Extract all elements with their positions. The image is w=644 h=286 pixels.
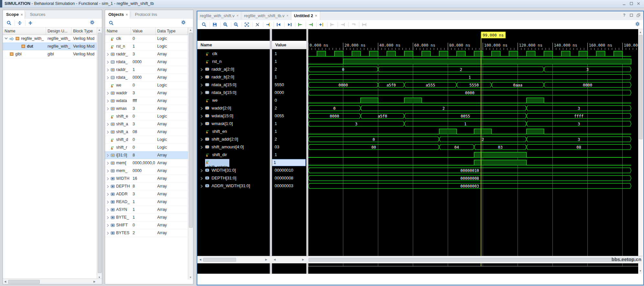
chevron-right-icon[interactable] [200,114,203,118]
scope-vertical-scrollbar[interactable]: ▲ ▼ [97,28,102,280]
close-icon[interactable]: × [286,14,288,17]
objects-vertical-scrollbar[interactable]: ▲ ▼ [188,28,193,280]
tab-objects[interactable]: Objects× [105,10,130,19]
save-icon[interactable] [211,21,218,28]
objects-row[interactable]: SHIFT0Array [105,221,188,229]
signal-value-editbox[interactable]: 1 [272,159,306,166]
chevron-right-icon[interactable] [106,185,109,189]
chevron-right-icon[interactable] [200,169,203,173]
tab-sources[interactable]: Sources [27,10,47,19]
chevron-right-icon[interactable] [106,107,109,111]
wave-signal-value-row[interactable]: 00000003 [272,182,306,190]
add-cursor-icon[interactable] [318,21,325,28]
wave-signal-name-row[interactable]: DEPTH[31:0] [197,174,270,182]
wave-signal-value-row[interactable]: 1 [272,73,306,81]
wave-signal-name-row[interactable]: raddr_b[2:0] [197,73,270,81]
objects-row[interactable]: BYTE_1Array [105,213,188,222]
wave-maximize-icon[interactable] [629,13,634,17]
wave-signal-value-row[interactable]: 1 [272,128,306,135]
zoom-out-icon[interactable] [233,21,240,28]
objects-row[interactable]: rdata_0000Array [105,74,188,82]
objects-row[interactable]: mem_0000Array [105,167,188,175]
scroll-thumb[interactable] [8,280,40,284]
wave-signal-name-row[interactable]: shift_rotate [197,159,270,166]
scroll-thumb[interactable] [639,35,643,139]
wave-signal-value-row[interactable]: 03 [272,143,306,151]
wave-signal-name-row[interactable]: shift_amount[4:0] [197,143,270,151]
wave-signal-value-row[interactable]: 2 [272,104,306,112]
go-to-start-icon[interactable] [275,21,282,28]
objects-row[interactable]: i[31:0]8Array [105,151,188,159]
scope-horizontal-scrollbar[interactable]: ◀ ▶ [3,279,102,284]
chevron-right-icon[interactable] [200,122,203,126]
objects-row[interactable]: raddr_1Array [105,66,188,74]
objects-row[interactable]: READ_1Array [105,198,188,206]
objects-row[interactable]: WIDTH16Array [105,175,188,183]
chevron-right-icon[interactable] [200,68,203,72]
wave-signal-value-row[interactable]: 00000010 [272,166,306,174]
chevron-down-icon[interactable] [4,36,8,40]
chevron-right-icon[interactable] [200,184,203,188]
toggle-bar-icon[interactable] [350,21,357,28]
objects-row[interactable]: DEPTH8Array [105,182,188,190]
search-icon[interactable] [5,19,13,27]
objects-row[interactable]: BYTES2Array [105,229,188,237]
chevron-right-icon[interactable] [200,83,203,87]
wave-float-icon[interactable] [636,13,641,17]
zoom-in-icon[interactable] [222,21,229,28]
wave-signal-value-row[interactable]: 1 [272,120,306,128]
chevron-right-icon[interactable] [106,208,109,212]
scroll-up-icon[interactable]: ▲ [97,28,102,32]
go-to-time-icon[interactable] [265,21,272,28]
scroll-thumb[interactable] [98,33,102,273]
scroll-thumb[interactable] [309,258,636,262]
wave-signal-name-row[interactable]: rdata_a[15:0] [197,81,270,89]
objects-row[interactable]: rdata_0000Array [105,58,188,66]
tab-scope[interactable]: Scope× [3,10,25,19]
scroll-right-icon[interactable]: ▶ [301,257,305,262]
objects-row[interactable]: shift_e0Logic [105,112,188,120]
close-icon[interactable]: × [315,14,317,17]
wave-signal-name-row[interactable]: shift_dir [197,151,270,159]
scope-settings-gear-icon[interactable] [90,20,95,25]
swap-next-icon[interactable] [339,21,346,28]
chevron-right-icon[interactable] [106,200,109,204]
wave-signal-value-row[interactable]: 0055 [272,112,306,120]
scroll-right-icon[interactable]: ▶ [92,279,97,284]
chevron-right-icon[interactable] [200,138,203,142]
chevron-right-icon[interactable] [106,192,109,196]
objects-row[interactable]: raddr_3Array [105,50,188,58]
chevron-right-icon[interactable] [106,154,109,157]
scope-tree-row[interactable]: regfile_with_regfile_with_Verilog Mod [3,35,97,43]
chevron-right-icon[interactable] [106,122,109,126]
search-icon[interactable] [201,21,208,28]
chevron-right-icon[interactable] [106,99,109,103]
scroll-thumb[interactable] [189,33,193,228]
scope-tree-row[interactable]: dutregfile_with_Verilog Mod [3,42,97,51]
chevron-right-icon[interactable] [106,60,109,64]
close-icon[interactable]: × [21,13,23,17]
wave-signal-name-row[interactable]: ADDR_WIDTH[31:0] [197,182,270,190]
wave-signal-value-row[interactable]: 2 [272,135,306,143]
search-icon[interactable] [108,19,115,27]
wave-signal-value-row[interactable]: 1 [272,151,306,159]
wave-signal-name-row[interactable]: waddr[2:0] [197,104,270,112]
objects-row[interactable]: ADDR3Array [105,190,188,198]
objects-row[interactable]: rst_n1Logic [105,42,188,51]
wave-signal-value-row[interactable]: 1 [272,159,306,166]
next-transition-icon[interactable] [307,21,314,28]
objects-row[interactable]: ASYN1Array [105,206,188,214]
wave-signal-name-row[interactable]: wmask[1:0] [197,120,270,128]
wave-signal-name-row[interactable]: shift_en [197,128,270,135]
banner-close-icon[interactable] [636,1,641,6]
column-header[interactable]: Value [131,28,156,35]
objects-row[interactable]: mem[0000,0000,0Array [105,159,188,167]
chevron-right-icon[interactable] [106,68,109,72]
wave-signal-value-row[interactable]: 0 [272,97,306,104]
tab-protocol-ins[interactable]: Protocol Ins [132,10,159,19]
scroll-down-icon[interactable]: ▼ [188,275,193,280]
objects-row[interactable]: wmas3Array [105,105,188,113]
chevron-right-icon[interactable] [106,130,109,134]
objects-row[interactable]: we0Logic [105,81,188,89]
wave-signal-value-row[interactable]: 1 [272,50,306,58]
